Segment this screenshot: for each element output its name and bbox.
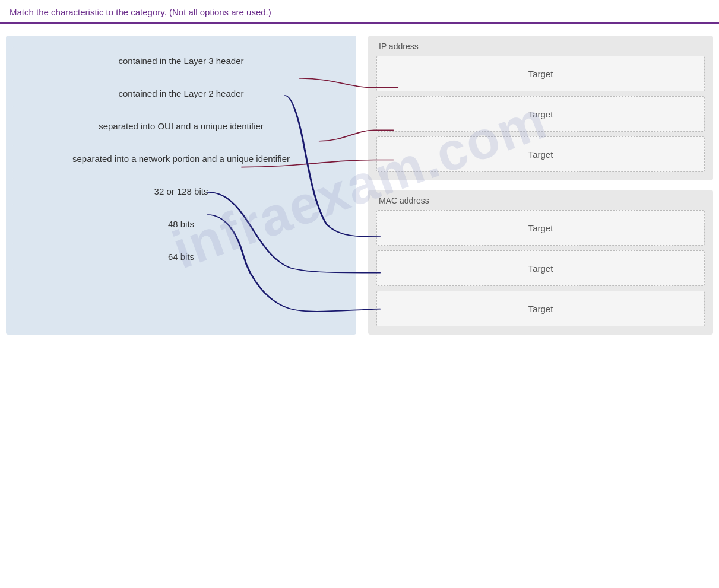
category-mac-label: MAC address [376,196,705,205]
source-item-3[interactable]: separated into OUI and a unique identifi… [12,113,350,139]
category-mac: MAC address Target Target Target [368,190,713,335]
header-instruction: Match the characteristic to the category… [0,0,719,22]
target-ip-2[interactable]: Target [376,96,705,132]
source-item-5[interactable]: 32 or 128 bits [12,178,350,205]
purple-divider [0,22,719,24]
source-item-2[interactable]: contained in the Layer 2 header [12,80,350,107]
target-mac-1[interactable]: Target [376,210,705,246]
mac-target-slots: Target Target Target [376,210,705,326]
ip-target-slots: Target Target Target [376,56,705,172]
source-item-1[interactable]: contained in the Layer 3 header [12,47,350,74]
left-panel: contained in the Layer 3 header containe… [6,36,356,335]
category-ip: IP address Target Target Target [368,36,713,180]
source-item-7[interactable]: 64 bits [12,243,350,270]
target-ip-1[interactable]: Target [376,56,705,91]
source-item-6[interactable]: 48 bits [12,211,350,237]
target-ip-3[interactable]: Target [376,136,705,172]
right-panel: IP address Target Target Target MAC addr… [368,36,713,335]
target-mac-3[interactable]: Target [376,291,705,326]
category-ip-label: IP address [376,42,705,51]
main-content: contained in the Layer 3 header containe… [0,30,719,341]
source-item-4[interactable]: separated into a network portion and a u… [12,145,350,172]
target-mac-2[interactable]: Target [376,250,705,286]
